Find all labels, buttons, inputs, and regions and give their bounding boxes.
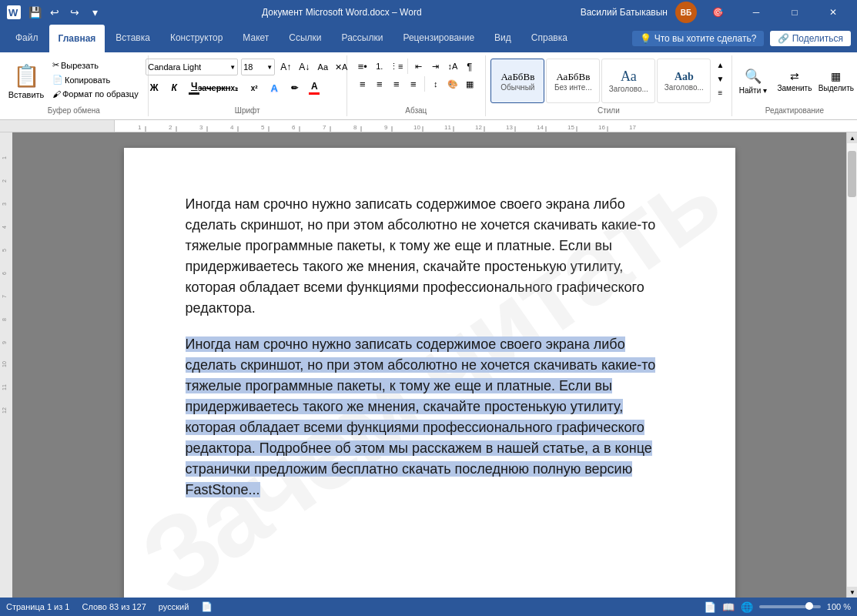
font-top-row: Candara Light ▼ 18 ▼ A↑ A↓ Аа ✕A <box>146 59 349 75</box>
svg-text:3: 3 <box>2 203 7 206</box>
scroll-down-btn[interactable]: ▼ <box>847 587 857 598</box>
document-page: Зачем читать Иногда нам срочно нужно зап… <box>124 148 735 598</box>
tab-help[interactable]: Справка <box>522 25 577 52</box>
style-no-spacing-preview: АаБбВв <box>556 71 590 83</box>
align-center-btn[interactable]: ≡ <box>372 76 387 92</box>
user-name: Василий Батыкавын <box>581 7 668 18</box>
selected-text: Иногда нам срочно нужно записать содержи… <box>186 336 656 497</box>
tab-file[interactable]: Файл <box>6 25 48 52</box>
find-button[interactable]: 🔍 Найти ▾ <box>733 59 773 103</box>
font-decrease-btn[interactable]: A↓ <box>296 59 312 75</box>
font-color-btn[interactable]: A <box>306 79 323 96</box>
tab-references[interactable]: Ссылки <box>280 25 330 52</box>
quick-access-toolbar: 💾 ↩ ↪ ▾ <box>26 4 103 21</box>
font-family-select[interactable]: Candara Light ▼ <box>146 59 238 75</box>
cut-button[interactable]: ✂ Вырезать <box>49 59 142 72</box>
svg-text:8: 8 <box>353 124 357 131</box>
tab-insert[interactable]: Вставка <box>106 25 159 52</box>
tab-mailings[interactable]: Рассылки <box>333 25 393 52</box>
font-size-select[interactable]: 18 ▼ <box>241 59 275 75</box>
svg-text:9: 9 <box>384 124 388 131</box>
ribbon-toggle-btn[interactable]: 🎯 <box>700 0 735 25</box>
svg-text:15: 15 <box>567 124 574 131</box>
scroll-up-btn[interactable]: ▲ <box>847 132 857 143</box>
sort-btn[interactable]: ↕A <box>445 59 460 74</box>
save-qat-btn[interactable]: 💾 <box>26 4 43 21</box>
tab-home[interactable]: Главная <box>49 25 105 52</box>
strikethrough-button[interactable]: зачеркн <box>206 79 223 96</box>
styles-scroll-down[interactable]: ▼ <box>714 72 726 85</box>
scroll-thumb[interactable] <box>848 151 856 197</box>
paragraph-1[interactable]: Иногда нам срочно нужно записать содержи… <box>186 194 674 319</box>
svg-text:W: W <box>8 7 18 18</box>
change-case-btn[interactable]: Аа <box>315 59 330 75</box>
replace-button[interactable]: ⇄ Заменить <box>775 59 815 103</box>
format-painter-button[interactable]: 🖌 Формат по образцу <box>49 88 142 100</box>
tab-layout[interactable]: Макет <box>233 25 278 52</box>
multilevel-btn[interactable]: ⋮≡ <box>389 59 404 74</box>
zoom-thumb[interactable] <box>805 602 813 610</box>
ribbon-right-actions: 💡 Что вы хотите сделать? 🔗 Поделиться <box>632 31 851 46</box>
view-web-btn[interactable]: 🌐 <box>741 601 753 613</box>
style-normal-preview: АаБбВв <box>500 71 534 83</box>
style-heading2[interactable]: Аab Заголово... <box>657 59 711 103</box>
close-btn[interactable]: ✕ <box>815 0 851 25</box>
view-normal-btn[interactable]: 📄 <box>704 601 716 613</box>
copy-button[interactable]: 📄 Копировать <box>49 73 142 86</box>
svg-text:9: 9 <box>2 341 7 344</box>
align-right-btn[interactable]: ≡ <box>389 76 404 92</box>
style-no-spacing[interactable]: АаБбВв Без инте... <box>546 59 600 103</box>
tab-review[interactable]: Рецензирование <box>393 25 484 52</box>
numbering-btn[interactable]: 1. <box>372 59 387 74</box>
line-spacing-btn[interactable]: ↕ <box>428 76 444 92</box>
tell-me-input[interactable]: 💡 Что вы хотите сделать? <box>632 31 764 46</box>
superscript-button[interactable]: x² <box>246 79 263 96</box>
word-count: Слово 83 из 127 <box>82 602 146 611</box>
show-marks-btn[interactable]: ¶ <box>462 59 477 74</box>
styles-expand[interactable]: ≡ <box>714 86 726 99</box>
bullets-btn[interactable]: ≡• <box>355 59 370 74</box>
italic-button[interactable]: К <box>166 79 182 96</box>
font-group: Candara Light ▼ 18 ▼ A↑ A↓ Аа ✕A Ж К Ч <box>149 55 347 116</box>
style-heading1[interactable]: Аа Заголово... <box>601 59 655 103</box>
font-increase-btn[interactable]: A↑ <box>278 59 293 75</box>
shading-btn[interactable]: 🎨 <box>445 76 460 92</box>
paste-button[interactable]: 📋 Вставить <box>6 59 46 103</box>
style-normal[interactable]: АаБбВв Обычный <box>490 59 544 103</box>
select-button[interactable]: ▦ Выделить <box>816 59 856 103</box>
subscript-button[interactable]: x₂ <box>226 79 243 96</box>
tab-design[interactable]: Конструктор <box>161 25 232 52</box>
share-button[interactable]: 🔗 Поделиться <box>770 31 851 46</box>
undo-qat-btn[interactable]: ↩ <box>46 4 63 21</box>
user-avatar[interactable]: ВБ <box>675 2 697 23</box>
redo-qat-btn[interactable]: ↪ <box>66 4 83 21</box>
svg-text:7: 7 <box>323 124 326 131</box>
text-effects-btn[interactable]: A <box>266 79 283 96</box>
scissors-icon: ✂ <box>52 60 59 70</box>
styles-scroll-up[interactable]: ▲ <box>714 59 726 71</box>
minimize-btn[interactable]: ─ <box>738 0 774 25</box>
decrease-indent-btn[interactable]: ⇤ <box>411 59 427 74</box>
bold-button[interactable]: Ж <box>146 79 162 96</box>
increase-indent-btn[interactable]: ⇥ <box>428 59 444 74</box>
document-area[interactable]: Зачем читать Иногда нам срочно нужно зап… <box>12 132 846 598</box>
status-bar: Страница 1 из 1 Слово 83 из 127 русский … <box>0 598 857 616</box>
qat-dropdown-btn[interactable]: ▾ <box>86 4 103 21</box>
title-bar-left: W 💾 ↩ ↪ ▾ <box>6 4 103 21</box>
align-left-btn[interactable]: ≡ <box>355 76 370 92</box>
paragraph-group-label: Абзац <box>353 106 479 116</box>
title-bar-right: Василий Батыкавын ВБ 🎯 ─ □ ✕ <box>581 0 851 25</box>
text-highlight-btn[interactable]: ✏ <box>286 79 303 96</box>
format-painter-icon: 🖌 <box>52 89 61 99</box>
paragraph-2-selected[interactable]: Иногда нам срочно нужно записать содержи… <box>186 334 674 500</box>
style-heading2-label: Заголово... <box>665 83 704 92</box>
maximize-btn[interactable]: □ <box>777 0 812 25</box>
scroll-track[interactable] <box>847 143 857 587</box>
view-reader-btn[interactable]: 📖 <box>722 601 735 613</box>
ribbon-content: 📋 Вставить ✂ Вырезать 📄 Копировать 🖌 Фор… <box>0 52 857 120</box>
find-label: Найти ▾ <box>739 86 767 95</box>
borders-btn[interactable]: ▦ <box>462 76 477 92</box>
tab-view[interactable]: Вид <box>485 25 521 52</box>
justify-btn[interactable]: ≡ <box>406 76 421 92</box>
zoom-slider[interactable] <box>759 605 821 608</box>
